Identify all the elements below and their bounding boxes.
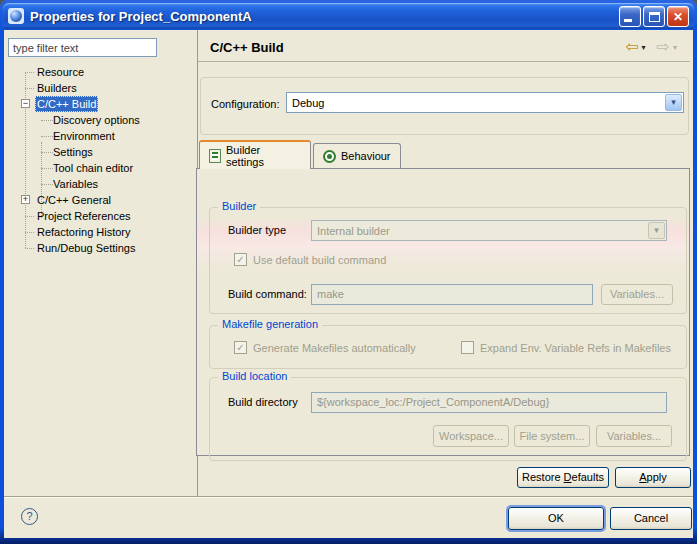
forward-dropdown-icon: ▾ (673, 43, 677, 52)
tree-item-tool-chain-editor[interactable]: Tool chain editor (8, 160, 194, 176)
configuration-label: Configuration: (211, 98, 280, 110)
builder-settings-panel: Builder Builder type Internal builder ▾ … (196, 168, 690, 456)
header-divider (198, 61, 690, 62)
help-button[interactable]: ? (21, 508, 38, 525)
maximize-button[interactable] (643, 6, 665, 27)
use-default-build-command-checkbox: ✓ (234, 253, 247, 266)
tab-behaviour[interactable]: Behaviour (313, 143, 401, 168)
tree-connector (25, 216, 34, 217)
build-directory-label: Build directory (228, 396, 298, 408)
generate-makefiles-label: Generate Makefiles automatically (253, 342, 416, 354)
variables-button: Variables... (601, 284, 673, 305)
tree-connector (41, 120, 53, 121)
makefile-generation-group: Makefile generation ✓ Generate Makefiles… (209, 325, 687, 369)
configuration-select[interactable]: Debug ▾ (286, 92, 684, 113)
build-command-label: Build command: (228, 288, 307, 300)
maximize-icon (649, 12, 660, 22)
tab-builder-settings[interactable]: Builder settings (199, 140, 311, 169)
variables-location-button: Variables... (596, 425, 672, 447)
page-title: C/C++ Build (210, 40, 284, 55)
builder-type-label: Builder type (228, 224, 286, 236)
properties-dialog: Properties for Project_ComponentA ✕ Reso… (0, 0, 697, 544)
tree-connector (41, 136, 53, 137)
build-location-group-title: Build location (218, 370, 291, 382)
tree-item-cpp-build[interactable]: −C/C++ Build (8, 96, 194, 112)
app-icon (8, 8, 24, 24)
builder-group: Builder Builder type Internal builder ▾ … (209, 207, 687, 314)
footer-divider (4, 496, 693, 498)
expand-env-refs-checkbox (461, 341, 474, 354)
workspace-button: Workspace... (433, 425, 509, 447)
back-dropdown-icon[interactable]: ▾ (642, 43, 646, 52)
back-icon[interactable]: ⇦ (625, 38, 638, 56)
configuration-group: Configuration: Debug ▾ (200, 77, 689, 135)
tree-connector (41, 168, 53, 169)
cancel-button[interactable]: Cancel (610, 507, 692, 530)
chevron-down-icon[interactable]: ▾ (665, 94, 682, 111)
close-button[interactable]: ✕ (667, 6, 689, 27)
minimize-button[interactable] (619, 6, 641, 27)
tree-item-refactoring-history[interactable]: Refactoring History (8, 224, 194, 240)
expand-env-refs-label: Expand Env. Variable Refs in Makefiles (480, 342, 671, 354)
close-icon: ✕ (668, 7, 688, 26)
tree-item-discovery-options[interactable]: Discovery options (8, 112, 194, 128)
selected-tree-item: C/C++ Build (35, 96, 98, 112)
tree-item-run-debug-settings[interactable]: Run/Debug Settings (8, 240, 194, 256)
tree-item-project-references[interactable]: Project References (8, 208, 194, 224)
build-location-group: Build location Build directory ${workspa… (209, 377, 687, 461)
tree-connector (25, 88, 34, 89)
tree-item-environment[interactable]: Environment (8, 128, 194, 144)
window-title: Properties for Project_ComponentA (30, 9, 619, 24)
tree-item-settings[interactable]: Settings (8, 144, 194, 160)
tree-item-builders[interactable]: Builders (8, 80, 194, 96)
use-default-build-command-label: Use default build command (253, 254, 386, 266)
dialog-body: Resource Builders −C/C++ Build Discovery… (4, 30, 693, 538)
collapse-icon[interactable]: − (21, 99, 30, 108)
tree-item-resource[interactable]: Resource (8, 64, 194, 80)
apply-button[interactable]: Apply (615, 467, 691, 488)
chevron-down-icon: ▾ (648, 222, 665, 239)
makefile-group-title: Makefile generation (218, 318, 322, 330)
tree-connector (41, 184, 53, 185)
properties-tree: Resource Builders −C/C++ Build Discovery… (8, 64, 194, 256)
builder-settings-icon (209, 149, 221, 163)
tree-connector (25, 72, 34, 73)
behaviour-icon (323, 150, 336, 163)
forward-icon: ⇨ (657, 38, 670, 56)
ok-button[interactable]: OK (508, 507, 604, 530)
builder-group-title: Builder (218, 200, 260, 212)
builder-type-select: Internal builder ▾ (311, 220, 667, 241)
title-bar[interactable]: Properties for Project_ComponentA ✕ (3, 3, 694, 29)
tree-connector (41, 152, 53, 153)
build-directory-field: ${workspace_loc:/Project_ComponentA/Debu… (311, 392, 667, 413)
build-command-field: make (311, 284, 593, 305)
generate-makefiles-checkbox: ✓ (234, 341, 247, 354)
tree-item-variables[interactable]: Variables (8, 176, 194, 192)
filter-input[interactable] (8, 38, 157, 57)
tree-item-cpp-general[interactable]: +C/C++ General (8, 192, 194, 208)
file-system-button: File system... (514, 425, 590, 447)
minimize-icon (624, 19, 632, 22)
tree-connector (25, 248, 34, 249)
restore-defaults-button[interactable]: Restore Defaults (517, 467, 609, 488)
expand-icon[interactable]: + (21, 195, 30, 204)
tree-connector (25, 232, 34, 233)
